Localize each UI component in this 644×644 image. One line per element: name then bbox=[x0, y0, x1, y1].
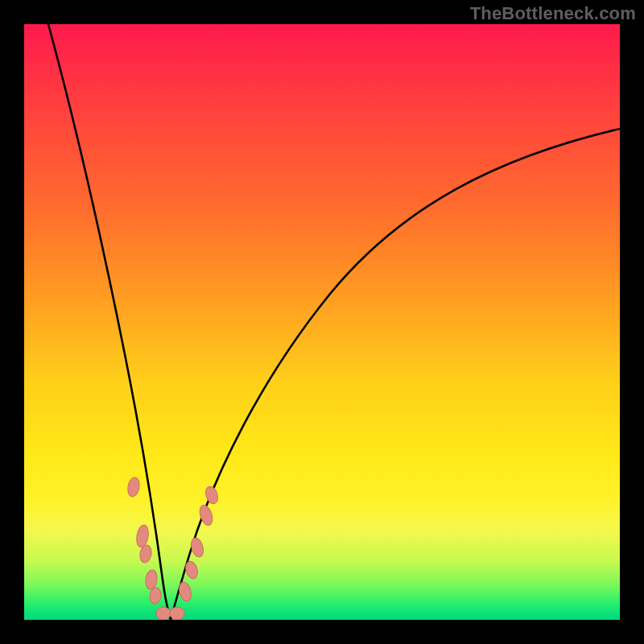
bottleneck-curve bbox=[24, 24, 620, 620]
marker bbox=[204, 485, 220, 505]
plot-area bbox=[24, 24, 620, 620]
curve-left-branch bbox=[48, 24, 171, 620]
watermark-text: TheBottleneck.com bbox=[470, 3, 636, 24]
marker bbox=[126, 477, 141, 497]
marker bbox=[170, 607, 184, 620]
marker bbox=[156, 607, 171, 620]
frame: TheBottleneck.com bbox=[0, 0, 644, 644]
curve-right-branch bbox=[171, 129, 620, 620]
marker bbox=[189, 537, 205, 559]
marker bbox=[144, 569, 158, 590]
marker bbox=[135, 524, 151, 548]
marker-group bbox=[126, 477, 220, 620]
